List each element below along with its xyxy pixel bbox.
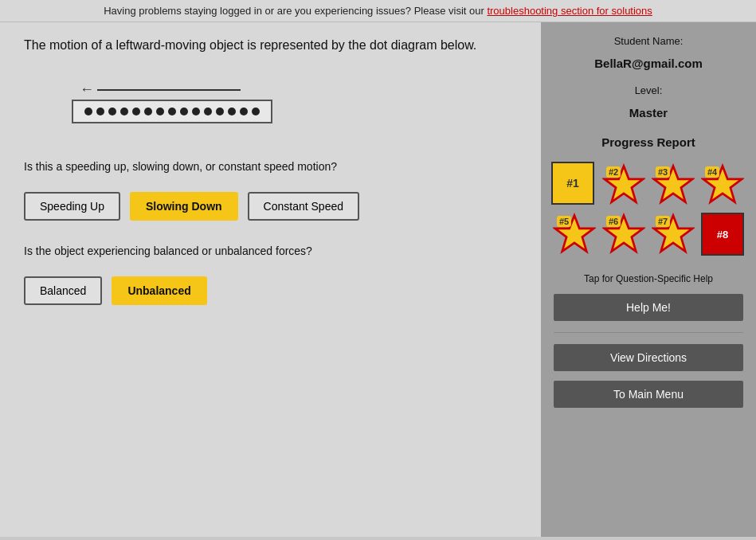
star-item: #7 (650, 211, 696, 257)
star-number: #6 (606, 216, 621, 227)
force-btn-balanced[interactable]: Balanced (24, 276, 102, 305)
force-question: Is the object experiencing balanced or u… (24, 245, 517, 257)
dot (192, 108, 200, 115)
speed-btn-slowing-down[interactable]: Slowing Down (130, 192, 238, 221)
speed-btn-constant-speed[interactable]: Constant Speed (248, 192, 359, 221)
topbar-text: Having problems staying logged in or are… (104, 5, 487, 17)
star-item: #6 (601, 211, 647, 257)
star-item: #3 (650, 162, 696, 208)
help-label: Tap for Question-Specific Help (584, 273, 713, 284)
dot-diagram-container (72, 81, 517, 123)
star-item: #5 (551, 211, 597, 257)
top-bar: Having problems staying logged in or are… (0, 0, 756, 22)
level-label: Level: (635, 84, 663, 96)
main-menu-button[interactable]: To Main Menu (554, 381, 743, 408)
level-value: Master (629, 106, 668, 119)
progress-report-title: Progress Report (601, 135, 695, 149)
star-number: #7 (656, 216, 670, 227)
student-name-value: BellaR@gmail.com (594, 57, 703, 70)
dot (120, 108, 128, 115)
dot (108, 108, 116, 115)
dots-box (72, 100, 272, 123)
student-name-label: Student Name: (614, 35, 684, 47)
dot (252, 108, 260, 115)
plain-number: #1 (566, 177, 579, 190)
dot (180, 108, 188, 115)
help-button[interactable]: Help Me! (554, 294, 743, 321)
dot (84, 108, 92, 115)
speed-button-row: Speeding UpSlowing DownConstant Speed (24, 192, 517, 221)
speed-btn-speeding-up[interactable]: Speeding Up (24, 192, 120, 221)
star-item: #4 (699, 162, 746, 208)
dot (204, 108, 212, 115)
star-box-red: #8 (699, 211, 746, 257)
dot (156, 108, 164, 115)
star-number: #5 (557, 216, 571, 227)
star-number-plain-box: #1 (551, 162, 594, 205)
main-question: The motion of a leftward-moving object i… (24, 38, 517, 53)
troubleshooting-link[interactable]: troubleshooting section for solutions (487, 5, 652, 17)
main-container: The motion of a leftward-moving object i… (0, 22, 756, 537)
dot (228, 108, 236, 115)
star-number: #3 (656, 166, 670, 178)
arrow-line (80, 81, 241, 98)
left-panel: The motion of a leftward-moving object i… (0, 22, 541, 537)
right-panel: Student Name: BellaR@gmail.com Level: Ma… (541, 22, 756, 537)
dot (96, 108, 104, 115)
divider-1 (554, 332, 743, 333)
star-box-number: #8 (717, 229, 728, 241)
star-number: #2 (606, 166, 621, 178)
speed-question: Is this a speeding up, slowing down, or … (24, 160, 517, 173)
star-item: #2 (601, 162, 647, 208)
line-segment (97, 89, 241, 91)
force-btn-unbalanced[interactable]: Unbalanced (112, 276, 206, 305)
dot (144, 108, 152, 115)
dot (132, 108, 140, 115)
dot (240, 108, 248, 115)
stars-grid: #1 #2 #3 #4 #5 #6 (551, 162, 746, 257)
view-directions-button[interactable]: View Directions (554, 344, 743, 371)
dot (168, 108, 176, 115)
star-number: #4 (705, 166, 719, 178)
force-button-row: BalancedUnbalanced (24, 276, 517, 305)
dot (216, 108, 224, 115)
